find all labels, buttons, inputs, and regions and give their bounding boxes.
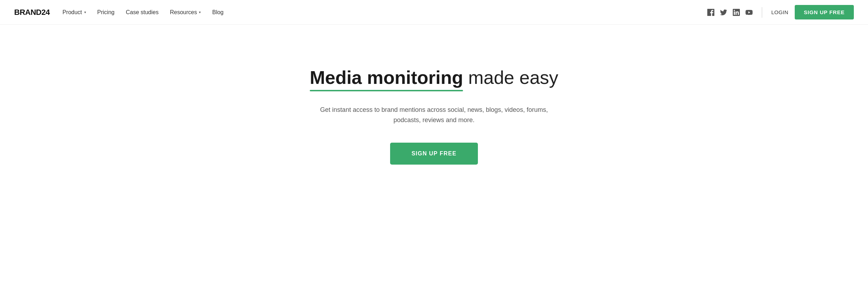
nav-links: Product ▾ Pricing Case studies Resources…: [62, 9, 223, 16]
nav-item-product: Product ▾: [62, 9, 86, 16]
nav-item-case-studies: Case studies: [126, 9, 159, 16]
nav-item-pricing: Pricing: [97, 9, 115, 16]
nav-link-product[interactable]: Product ▾: [62, 9, 86, 16]
nav-signup-button[interactable]: SIGN UP FREE: [795, 5, 854, 19]
nav-link-case-studies[interactable]: Case studies: [126, 9, 159, 16]
hero-title-rest: made easy: [463, 67, 558, 88]
hero-title: Media monitoring made easy: [310, 67, 558, 91]
nav-item-blog: Blog: [212, 9, 223, 16]
nav-link-resources-label: Resources: [170, 9, 197, 16]
brand-logo[interactable]: BRAND24: [14, 8, 50, 17]
navbar: BRAND24 Product ▾ Pricing Case studies: [0, 0, 868, 25]
facebook-svg: [707, 9, 714, 16]
nav-link-blog[interactable]: Blog: [212, 9, 223, 16]
login-link[interactable]: LOGIN: [771, 9, 788, 15]
nav-right: LOGIN SIGN UP FREE: [707, 5, 854, 19]
hero-title-bold: Media monitoring: [310, 67, 463, 91]
nav-link-blog-label: Blog: [212, 9, 223, 16]
nav-link-resources[interactable]: Resources ▾: [170, 9, 201, 16]
facebook-icon[interactable]: [707, 9, 714, 16]
hero-subtitle: Get instant access to brand mentions acr…: [310, 105, 558, 125]
chevron-down-icon-resources: ▾: [199, 10, 201, 14]
nav-left: BRAND24 Product ▾ Pricing Case studies: [14, 8, 223, 17]
linkedin-svg: [733, 9, 740, 16]
hero-signup-button[interactable]: SIGN UP FREE: [390, 143, 478, 165]
twitter-icon[interactable]: [720, 9, 727, 16]
nav-link-pricing[interactable]: Pricing: [97, 9, 115, 16]
youtube-svg: [746, 9, 753, 16]
nav-link-pricing-label: Pricing: [97, 9, 115, 16]
linkedin-icon[interactable]: [733, 9, 740, 16]
nav-link-product-label: Product: [62, 9, 82, 16]
nav-divider: [762, 7, 762, 18]
chevron-down-icon: ▾: [84, 10, 86, 14]
nav-item-resources: Resources ▾: [170, 9, 201, 16]
social-icons: [707, 9, 753, 16]
hero-section: Media monitoring made easy Get instant a…: [0, 25, 868, 193]
twitter-svg: [720, 9, 727, 16]
nav-link-case-studies-label: Case studies: [126, 9, 159, 16]
youtube-icon[interactable]: [746, 9, 753, 16]
